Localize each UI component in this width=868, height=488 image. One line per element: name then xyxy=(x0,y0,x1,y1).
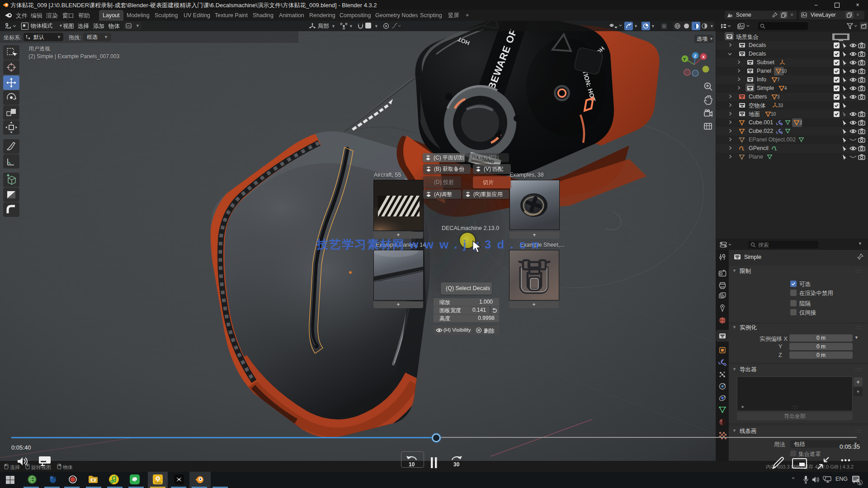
svg-text:Z: Z xyxy=(694,54,697,58)
svg-text:5: 5 xyxy=(859,481,861,485)
svg-text:30: 30 xyxy=(453,461,460,468)
svg-text:X: X xyxy=(702,55,705,59)
svg-text:Player: Player xyxy=(155,481,162,484)
svg-text:10: 10 xyxy=(409,461,415,468)
svg-text:Y: Y xyxy=(683,57,686,61)
